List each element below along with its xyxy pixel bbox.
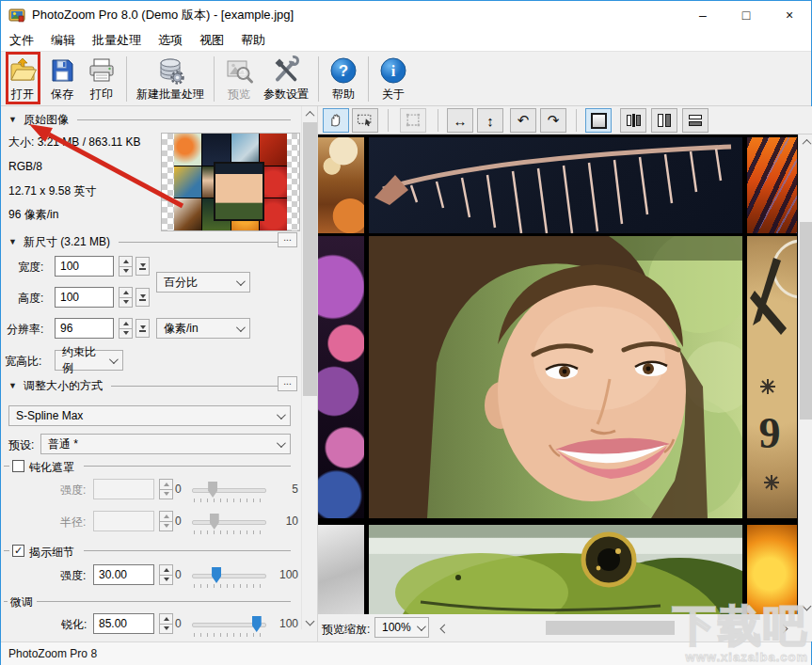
preview-photo-blur <box>318 525 364 614</box>
original-dimensions-text: 12.71 x 9.58 英寸 <box>8 183 96 199</box>
rotate-ccw-button[interactable]: ↶ <box>510 108 536 133</box>
window-controls: – □ × <box>681 1 811 29</box>
hand-tool-button[interactable] <box>323 108 349 133</box>
resize-method-more-button[interactable]: ... <box>278 376 297 391</box>
unsharp-radius-max: 10 <box>272 515 298 528</box>
height-input[interactable] <box>55 287 114 308</box>
sharpen-slider[interactable] <box>192 615 266 636</box>
spinner-down-icon[interactable] <box>119 297 133 309</box>
menu-options[interactable]: 选项 <box>150 32 191 49</box>
menu-edit[interactable]: 编辑 <box>42 32 84 49</box>
new-size-more-button[interactable]: ... <box>278 232 297 247</box>
unsharp-mask-label: 钝化遮罩 <box>29 460 74 476</box>
resolution-fit-button[interactable] <box>135 319 150 338</box>
spinner-down-icon[interactable] <box>119 328 133 340</box>
preview-vscrollbar-thumb[interactable] <box>800 222 812 420</box>
spinner-down-icon[interactable] <box>159 575 173 586</box>
preview-canvas[interactable]: 9 <box>318 135 798 614</box>
preview-vscrollbar[interactable] <box>798 135 812 614</box>
minimize-button[interactable]: – <box>681 1 724 29</box>
menu-batch[interactable]: 批量处理 <box>84 32 150 49</box>
print-button-label: 打印 <box>90 87 113 103</box>
unsharp-strength-max: 5 <box>272 483 298 496</box>
batch-database-icon <box>155 55 185 86</box>
thumbnail-viewport-rect[interactable] <box>214 162 264 221</box>
width-input[interactable] <box>55 256 114 277</box>
rotate-cw-icon: ↷ <box>548 112 560 129</box>
section-resize-method-label: 调整大小的方式 <box>24 378 103 394</box>
spinner-down-icon[interactable] <box>119 266 133 277</box>
new-batch-button[interactable]: 新建批量处理 <box>132 55 209 103</box>
print-button[interactable]: 打印 <box>82 55 121 103</box>
resolution-stepper[interactable] <box>119 318 133 339</box>
aspect-dropdown[interactable]: 约束比例 <box>55 350 123 371</box>
maximize-button[interactable]: □ <box>724 1 768 29</box>
spinner-down-icon[interactable] <box>159 624 173 635</box>
scroll-up-icon[interactable] <box>799 135 812 150</box>
preview-photo-woman <box>369 236 742 518</box>
preview-photo-frog <box>369 525 742 614</box>
height-fit-button[interactable] <box>135 288 150 307</box>
slider-thumb[interactable] <box>212 567 221 583</box>
aspect-label: 宽高比: <box>5 354 41 370</box>
help-button[interactable]: ? 帮助 <box>324 55 363 103</box>
width-fit-button[interactable] <box>135 257 150 276</box>
new-batch-button-label: 新建批量处理 <box>136 87 204 103</box>
about-button[interactable]: i 关于 <box>374 55 413 103</box>
slider-thumb[interactable] <box>252 616 262 632</box>
flip-vertical-button[interactable]: ↕ <box>477 108 503 133</box>
view-split-button[interactable] <box>620 108 646 133</box>
scroll-up-icon[interactable] <box>302 106 318 122</box>
preview-button-label: 预览 <box>228 87 250 103</box>
settings-button[interactable]: 参数设置 <box>259 55 313 103</box>
scroll-down-icon[interactable] <box>302 613 318 629</box>
section-original-image-label: 原始图像 <box>24 112 69 128</box>
sharpen-input[interactable] <box>93 613 154 634</box>
save-button[interactable]: 保存 <box>42 55 82 103</box>
rotate-cw-button[interactable]: ↷ <box>540 108 566 133</box>
unsharp-mask-checkbox[interactable] <box>12 460 24 472</box>
menu-help[interactable]: 帮助 <box>232 32 274 49</box>
reveal-details-checkbox[interactable]: ✓ <box>12 545 24 557</box>
resolution-input[interactable] <box>55 318 114 339</box>
reveal-strength-min: 0 <box>175 568 182 581</box>
preview-hscrollbar-thumb[interactable] <box>546 621 675 635</box>
width-stepper[interactable] <box>119 256 133 277</box>
hscroll-right-icon[interactable] <box>775 621 790 636</box>
marquee-tool-button[interactable] <box>352 108 378 133</box>
panel-scrollbar[interactable] <box>301 106 317 629</box>
window-title: PhotoZoom Pro 8.0 (Demo 版本) - [example.j… <box>32 7 294 24</box>
view-two-vertical-button[interactable] <box>651 108 677 133</box>
view-single-icon <box>591 113 607 129</box>
scroll-down-icon[interactable] <box>799 598 812 614</box>
height-stepper[interactable] <box>119 287 133 308</box>
preview-pane: ↔ ↕ ↶ ↷ <box>317 106 812 641</box>
reveal-strength-input[interactable] <box>93 564 154 585</box>
reveal-strength-stepper[interactable] <box>159 564 173 585</box>
flip-horizontal-button[interactable]: ↔ <box>447 108 473 133</box>
reveal-strength-slider[interactable] <box>192 566 266 587</box>
image-thumbnail-navigator[interactable] <box>161 133 300 231</box>
width-label: 宽度: <box>18 260 43 276</box>
menu-file[interactable]: 文件 <box>1 32 42 49</box>
section-original-image[interactable]: ▼ 原始图像 <box>8 112 291 127</box>
view-two-vertical-icon <box>658 114 671 127</box>
unsharp-strength-slider <box>192 481 266 501</box>
sharpen-min: 0 <box>175 617 182 630</box>
section-collapse-arrow: ▼ <box>8 381 17 390</box>
menu-view[interactable]: 视图 <box>191 32 232 49</box>
preview-zoom-dropdown[interactable]: 100% <box>374 617 429 638</box>
section-new-size[interactable]: ▼ 新尺寸 (3.21 MB) <box>8 234 291 249</box>
hscroll-left-icon[interactable] <box>437 621 452 636</box>
view-single-button[interactable] <box>585 108 612 133</box>
tools-icon <box>271 55 301 86</box>
section-resize-method[interactable]: ▼ 调整大小的方式 <box>8 378 291 393</box>
preset-dropdown[interactable]: 普通 * <box>40 434 291 454</box>
sharpen-stepper[interactable] <box>159 613 173 634</box>
resolution-unit-dropdown[interactable]: 像素/in <box>156 318 250 339</box>
close-button[interactable]: × <box>768 1 811 29</box>
resize-method-dropdown[interactable]: S-Spline Max <box>8 405 291 426</box>
flip-horizontal-icon: ↔ <box>454 113 468 129</box>
panel-scrollbar-thumb[interactable] <box>303 122 317 396</box>
view-two-horizontal-button[interactable] <box>682 108 709 133</box>
